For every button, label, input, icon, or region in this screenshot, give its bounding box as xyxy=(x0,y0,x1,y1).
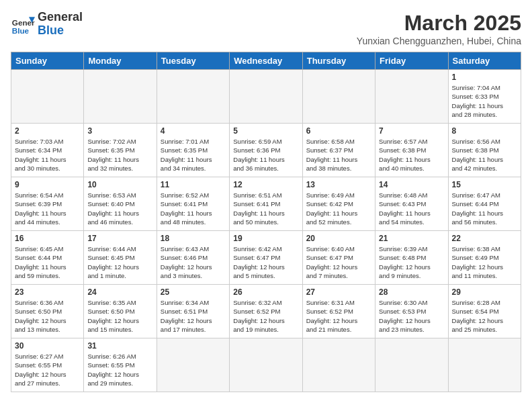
day-number: 31 xyxy=(87,341,152,351)
day-number: 4 xyxy=(161,126,226,136)
day-info: Sunrise: 6:45 AM Sunset: 6:44 PM Dayligh… xyxy=(15,244,80,280)
day-number: 11 xyxy=(161,180,226,189)
day-number: 21 xyxy=(379,234,444,243)
day-info: Sunrise: 6:28 AM Sunset: 6:54 PM Dayligh… xyxy=(452,298,517,334)
calendar-cell xyxy=(375,70,448,124)
title-section: March 2025 Yunxian Chengguanzhen, Hubei,… xyxy=(357,11,521,46)
calendar-cell: 22Sunrise: 6:38 AM Sunset: 6:49 PM Dayli… xyxy=(448,231,521,285)
day-info: Sunrise: 6:35 AM Sunset: 6:50 PM Dayligh… xyxy=(87,298,152,334)
calendar-cell: 24Sunrise: 6:35 AM Sunset: 6:50 PM Dayli… xyxy=(84,285,157,338)
day-info: Sunrise: 6:32 AM Sunset: 6:52 PM Dayligh… xyxy=(233,298,298,334)
calendar-cell xyxy=(375,338,448,392)
calendar-cell: 27Sunrise: 6:31 AM Sunset: 6:52 PM Dayli… xyxy=(302,285,375,338)
day-info: Sunrise: 7:01 AM Sunset: 6:35 PM Dayligh… xyxy=(161,137,226,173)
calendar-cell: 25Sunrise: 6:34 AM Sunset: 6:51 PM Dayli… xyxy=(157,285,229,338)
calendar-cell: 23Sunrise: 6:36 AM Sunset: 6:50 PM Dayli… xyxy=(11,285,84,338)
day-info: Sunrise: 6:26 AM Sunset: 6:55 PM Dayligh… xyxy=(87,352,152,387)
day-info: Sunrise: 6:47 AM Sunset: 6:44 PM Dayligh… xyxy=(452,191,517,226)
calendar-cell: 28Sunrise: 6:30 AM Sunset: 6:53 PM Dayli… xyxy=(375,285,448,338)
calendar-cell: 13Sunrise: 6:49 AM Sunset: 6:42 PM Dayli… xyxy=(302,177,375,231)
calendar-cell: 11Sunrise: 6:52 AM Sunset: 6:41 PM Dayli… xyxy=(157,177,229,231)
day-info: Sunrise: 6:30 AM Sunset: 6:53 PM Dayligh… xyxy=(379,298,444,334)
day-number: 23 xyxy=(15,287,80,297)
day-number: 7 xyxy=(379,126,444,136)
calendar-cell: 9Sunrise: 6:54 AM Sunset: 6:39 PM Daylig… xyxy=(11,177,84,231)
day-info: Sunrise: 6:49 AM Sunset: 6:42 PM Dayligh… xyxy=(306,191,371,226)
calendar-cell: 21Sunrise: 6:39 AM Sunset: 6:48 PM Dayli… xyxy=(375,231,448,285)
day-number: 16 xyxy=(15,234,80,243)
calendar-cell: 30Sunrise: 6:27 AM Sunset: 6:55 PM Dayli… xyxy=(11,338,84,392)
day-info: Sunrise: 6:48 AM Sunset: 6:43 PM Dayligh… xyxy=(379,191,444,226)
calendar-cell: 10Sunrise: 6:53 AM Sunset: 6:40 PM Dayli… xyxy=(84,177,157,231)
day-number: 25 xyxy=(161,287,226,297)
day-info: Sunrise: 6:59 AM Sunset: 6:36 PM Dayligh… xyxy=(233,137,298,173)
day-info: Sunrise: 7:02 AM Sunset: 6:35 PM Dayligh… xyxy=(87,137,152,173)
day-number: 30 xyxy=(15,341,80,351)
day-number: 17 xyxy=(87,234,152,243)
calendar-cell: 3Sunrise: 7:02 AM Sunset: 6:35 PM Daylig… xyxy=(84,124,157,177)
day-info: Sunrise: 6:43 AM Sunset: 6:46 PM Dayligh… xyxy=(161,244,226,280)
logo: General Blue GeneralBlue xyxy=(11,11,83,38)
day-info: Sunrise: 7:03 AM Sunset: 6:34 PM Dayligh… xyxy=(15,137,80,173)
day-number: 12 xyxy=(233,180,298,189)
day-number: 5 xyxy=(233,126,298,136)
day-number: 29 xyxy=(452,287,517,297)
calendar-cell xyxy=(84,70,157,124)
calendar-cell xyxy=(230,338,302,392)
day-info: Sunrise: 6:54 AM Sunset: 6:39 PM Dayligh… xyxy=(15,191,80,226)
logo-text: GeneralBlue xyxy=(38,11,83,38)
day-number: 27 xyxy=(306,287,371,297)
day-number: 14 xyxy=(379,180,444,189)
calendar-cell: 8Sunrise: 6:56 AM Sunset: 6:38 PM Daylig… xyxy=(448,124,521,177)
calendar-cell: 20Sunrise: 6:40 AM Sunset: 6:47 PM Dayli… xyxy=(302,231,375,285)
day-info: Sunrise: 6:52 AM Sunset: 6:41 PM Dayligh… xyxy=(161,191,226,226)
calendar-cell xyxy=(302,338,375,392)
page-header: General Blue GeneralBlue March 2025 Yunx… xyxy=(11,11,521,46)
calendar-cell: 26Sunrise: 6:32 AM Sunset: 6:52 PM Dayli… xyxy=(230,285,302,338)
calendar-cell xyxy=(11,70,84,124)
location-text: Yunxian Chengguanzhen, Hubei, China xyxy=(357,36,521,46)
day-info: Sunrise: 6:42 AM Sunset: 6:47 PM Dayligh… xyxy=(233,244,298,280)
day-number: 18 xyxy=(161,234,226,243)
calendar-cell: 7Sunrise: 6:57 AM Sunset: 6:38 PM Daylig… xyxy=(375,124,448,177)
day-info: Sunrise: 6:39 AM Sunset: 6:48 PM Dayligh… xyxy=(379,244,444,280)
day-number: 22 xyxy=(452,234,517,243)
day-number: 20 xyxy=(306,234,371,243)
weekday-header-sunday: Sunday xyxy=(11,52,84,70)
day-number: 6 xyxy=(306,126,371,136)
calendar-cell: 15Sunrise: 6:47 AM Sunset: 6:44 PM Dayli… xyxy=(448,177,521,231)
calendar-table: SundayMondayTuesdayWednesdayThursdayFrid… xyxy=(11,52,521,392)
week-row-4: 16Sunrise: 6:45 AM Sunset: 6:44 PM Dayli… xyxy=(11,231,521,285)
calendar-cell: 17Sunrise: 6:44 AM Sunset: 6:45 PM Dayli… xyxy=(84,231,157,285)
svg-text:Blue: Blue xyxy=(12,26,30,34)
calendar-cell: 18Sunrise: 6:43 AM Sunset: 6:46 PM Dayli… xyxy=(157,231,229,285)
day-info: Sunrise: 6:58 AM Sunset: 6:37 PM Dayligh… xyxy=(306,137,371,173)
calendar-cell: 16Sunrise: 6:45 AM Sunset: 6:44 PM Dayli… xyxy=(11,231,84,285)
day-info: Sunrise: 6:40 AM Sunset: 6:47 PM Dayligh… xyxy=(306,244,371,280)
weekday-header-tuesday: Tuesday xyxy=(157,52,229,70)
logo-icon: General Blue xyxy=(11,12,35,36)
day-number: 3 xyxy=(87,126,152,136)
week-row-2: 2Sunrise: 7:03 AM Sunset: 6:34 PM Daylig… xyxy=(11,124,521,177)
day-info: Sunrise: 6:56 AM Sunset: 6:38 PM Dayligh… xyxy=(452,137,517,173)
calendar-cell xyxy=(157,338,229,392)
calendar-cell: 14Sunrise: 6:48 AM Sunset: 6:43 PM Dayli… xyxy=(375,177,448,231)
week-row-1: 1Sunrise: 7:04 AM Sunset: 6:33 PM Daylig… xyxy=(11,70,521,124)
day-info: Sunrise: 6:51 AM Sunset: 6:41 PM Dayligh… xyxy=(233,191,298,226)
day-info: Sunrise: 6:27 AM Sunset: 6:55 PM Dayligh… xyxy=(15,352,80,387)
weekday-header-thursday: Thursday xyxy=(302,52,375,70)
month-year-title: March 2025 xyxy=(357,11,521,36)
week-row-6: 30Sunrise: 6:27 AM Sunset: 6:55 PM Dayli… xyxy=(11,338,521,392)
calendar-cell: 5Sunrise: 6:59 AM Sunset: 6:36 PM Daylig… xyxy=(230,124,302,177)
day-number: 8 xyxy=(452,126,517,136)
weekday-header-row: SundayMondayTuesdayWednesdayThursdayFrid… xyxy=(11,52,521,70)
day-number: 1 xyxy=(452,73,517,82)
calendar-cell xyxy=(157,70,229,124)
day-number: 19 xyxy=(233,234,298,243)
day-number: 28 xyxy=(379,287,444,297)
weekday-header-wednesday: Wednesday xyxy=(230,52,302,70)
day-number: 15 xyxy=(452,180,517,189)
day-info: Sunrise: 7:04 AM Sunset: 6:33 PM Dayligh… xyxy=(452,83,517,119)
day-info: Sunrise: 6:36 AM Sunset: 6:50 PM Dayligh… xyxy=(15,298,80,334)
calendar-cell: 19Sunrise: 6:42 AM Sunset: 6:47 PM Dayli… xyxy=(230,231,302,285)
